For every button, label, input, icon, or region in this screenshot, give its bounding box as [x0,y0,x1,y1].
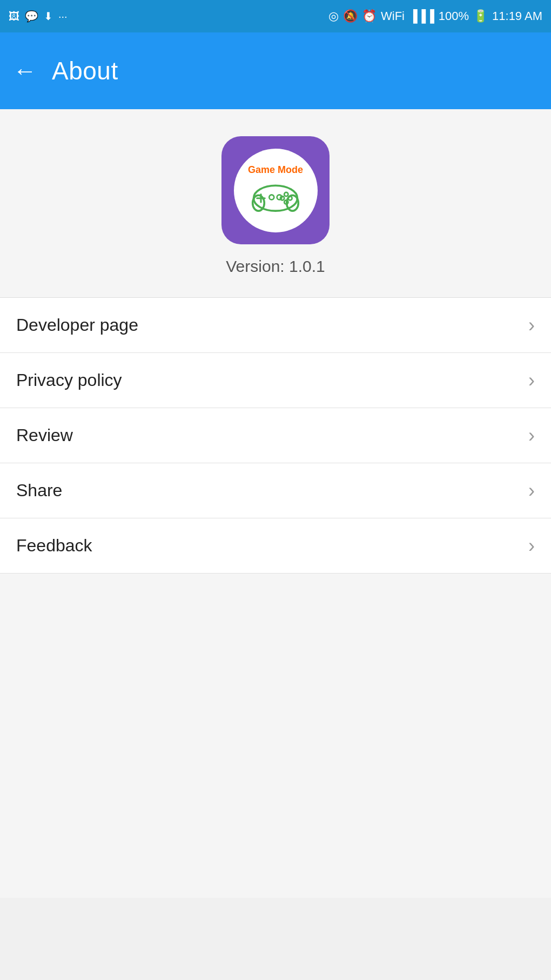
menu-item-privacy-policy[interactable]: Privacy policy › [0,353,551,408]
chevron-right-icon: › [528,479,535,502]
chevron-right-icon: › [528,369,535,392]
page-title: About [52,56,118,85]
download-icon: ⬇ [44,10,53,23]
svg-point-5 [284,192,288,196]
review-label: Review [16,425,73,445]
menu-item-share[interactable]: Share › [0,463,551,518]
status-bar: 🖼 💬 ⬇ ··· ◎ 🔕 ⏰ WiFi ▐▐▐ 100% 🔋 11:19 AM [0,0,551,32]
signal-icon: ▐▐▐ [409,9,434,23]
messenger-icon: 💬 [25,10,38,23]
privacy-policy-label: Privacy policy [16,370,122,390]
menu-list: Developer page › Privacy policy › Review… [0,298,551,574]
menu-item-feedback[interactable]: Feedback › [0,518,551,574]
game-mode-label: Game Mode [248,165,303,176]
share-label: Share [16,481,62,501]
version-label: Version: 1.0.1 [226,257,325,276]
app-icon-inner: Game Mode [234,149,318,232]
more-icon: ··· [58,10,68,23]
chevron-right-icon: › [528,535,535,557]
chevron-right-icon: › [528,314,535,337]
chevron-right-icon: › [528,424,535,447]
clock: 11:19 AM [492,9,542,23]
svg-point-10 [277,195,282,199]
app-icon-wrapper: Game Mode [221,136,330,244]
wifi-icon: WiFi [381,9,405,23]
photo-icon: 🖼 [9,10,19,23]
status-bar-left: 🖼 💬 ⬇ ··· [9,10,68,23]
menu-item-developer-page[interactable]: Developer page › [0,298,551,353]
back-button[interactable]: ← [13,57,37,84]
menu-item-review[interactable]: Review › [0,408,551,463]
vibrate-icon: 🔕 [343,9,358,23]
bottom-area [0,574,551,898]
alarm-icon: ⏰ [362,9,377,23]
svg-point-9 [269,195,274,199]
gamepad-icon [251,178,300,216]
app-bar: ← About [0,32,551,109]
battery-icon: 🔋 [473,9,488,23]
battery-level: 100% [439,9,469,23]
location-icon: ◎ [328,9,339,23]
developer-page-label: Developer page [16,315,138,335]
status-bar-right: ◎ 🔕 ⏰ WiFi ▐▐▐ 100% 🔋 11:19 AM [328,9,542,23]
icon-section: Game Mode [0,109,551,298]
feedback-label: Feedback [16,536,92,556]
svg-point-6 [288,196,292,200]
main-content: Game Mode [0,109,551,898]
